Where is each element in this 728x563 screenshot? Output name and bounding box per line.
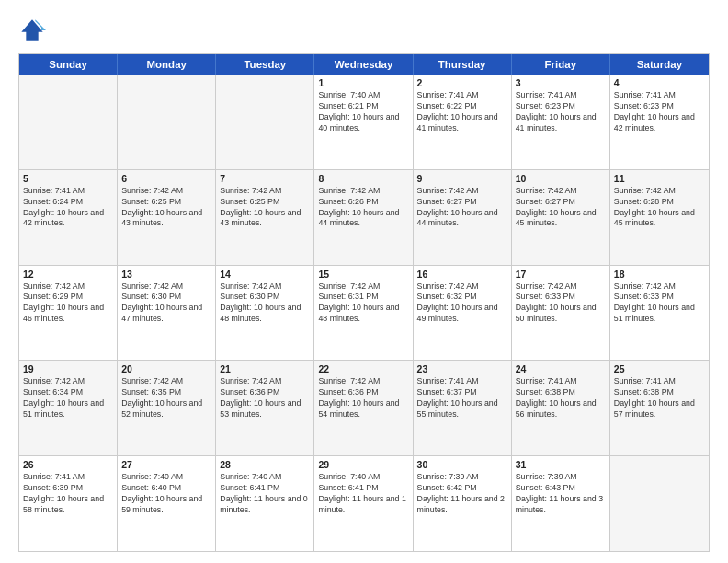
- day-number: 22: [318, 363, 408, 374]
- table-row: 18Sunrise: 7:42 AM Sunset: 6:33 PM Dayli…: [610, 266, 709, 361]
- day-info: Sunrise: 7:40 AM Sunset: 6:41 PM Dayligh…: [318, 472, 408, 516]
- table-row: [216, 75, 314, 169]
- calendar-row-4: 19Sunrise: 7:42 AM Sunset: 6:34 PM Dayli…: [19, 360, 709, 455]
- day-info: Sunrise: 7:39 AM Sunset: 6:42 PM Dayligh…: [417, 472, 507, 516]
- day-info: Sunrise: 7:42 AM Sunset: 6:26 PM Dayligh…: [318, 186, 408, 230]
- table-row: 16Sunrise: 7:42 AM Sunset: 6:32 PM Dayli…: [414, 266, 512, 361]
- table-row: 26Sunrise: 7:41 AM Sunset: 6:39 PM Dayli…: [19, 456, 118, 551]
- calendar-header-row: SundayMondayTuesdayWednesdayThursdayFrid…: [19, 54, 709, 75]
- day-info: Sunrise: 7:40 AM Sunset: 6:40 PM Dayligh…: [121, 472, 211, 516]
- table-row: 31Sunrise: 7:39 AM Sunset: 6:43 PM Dayli…: [512, 456, 610, 551]
- table-row: 1Sunrise: 7:40 AM Sunset: 6:21 PM Daylig…: [314, 75, 413, 169]
- header-day-wednesday: Wednesday: [314, 54, 413, 75]
- day-info: Sunrise: 7:42 AM Sunset: 6:27 PM Dayligh…: [417, 186, 507, 230]
- day-number: 29: [318, 459, 408, 470]
- day-info: Sunrise: 7:42 AM Sunset: 6:32 PM Dayligh…: [417, 282, 507, 326]
- table-row: 17Sunrise: 7:42 AM Sunset: 6:33 PM Dayli…: [512, 266, 610, 361]
- table-row: 28Sunrise: 7:40 AM Sunset: 6:41 PM Dayli…: [216, 456, 314, 551]
- day-number: 24: [516, 363, 606, 374]
- day-info: Sunrise: 7:42 AM Sunset: 6:30 PM Dayligh…: [220, 282, 310, 326]
- table-row: [118, 75, 216, 169]
- svg-marker-0: [21, 19, 42, 40]
- day-number: 18: [614, 269, 705, 280]
- day-info: Sunrise: 7:41 AM Sunset: 6:23 PM Dayligh…: [614, 90, 705, 134]
- day-info: Sunrise: 7:42 AM Sunset: 6:33 PM Dayligh…: [614, 282, 705, 326]
- day-info: Sunrise: 7:42 AM Sunset: 6:31 PM Dayligh…: [318, 282, 408, 326]
- day-info: Sunrise: 7:42 AM Sunset: 6:25 PM Dayligh…: [220, 186, 310, 230]
- table-row: 30Sunrise: 7:39 AM Sunset: 6:42 PM Dayli…: [414, 456, 512, 551]
- day-number: 4: [614, 77, 705, 88]
- day-number: 25: [614, 363, 705, 374]
- day-number: 6: [121, 173, 211, 184]
- table-row: 12Sunrise: 7:42 AM Sunset: 6:29 PM Dayli…: [19, 266, 118, 361]
- table-row: 22Sunrise: 7:42 AM Sunset: 6:36 PM Dayli…: [314, 361, 413, 455]
- table-row: 21Sunrise: 7:42 AM Sunset: 6:36 PM Dayli…: [216, 361, 314, 455]
- table-row: 20Sunrise: 7:42 AM Sunset: 6:35 PM Dayli…: [118, 361, 216, 455]
- header-day-thursday: Thursday: [414, 54, 512, 75]
- table-row: 10Sunrise: 7:42 AM Sunset: 6:27 PM Dayli…: [512, 170, 610, 265]
- table-row: 7Sunrise: 7:42 AM Sunset: 6:25 PM Daylig…: [216, 170, 314, 265]
- table-row: 11Sunrise: 7:42 AM Sunset: 6:28 PM Dayli…: [610, 170, 709, 265]
- header-day-friday: Friday: [512, 54, 610, 75]
- day-number: 20: [121, 363, 211, 374]
- day-info: Sunrise: 7:42 AM Sunset: 6:25 PM Dayligh…: [121, 186, 211, 230]
- table-row: 24Sunrise: 7:41 AM Sunset: 6:38 PM Dayli…: [512, 361, 610, 455]
- table-row: 23Sunrise: 7:41 AM Sunset: 6:37 PM Dayli…: [414, 361, 512, 455]
- day-number: 8: [318, 173, 408, 184]
- header-day-sunday: Sunday: [19, 54, 118, 75]
- calendar-row-2: 5Sunrise: 7:41 AM Sunset: 6:24 PM Daylig…: [19, 169, 709, 265]
- day-number: 11: [614, 173, 705, 184]
- day-number: 21: [220, 363, 310, 374]
- calendar-page: SundayMondayTuesdayWednesdayThursdayFrid…: [0, 0, 728, 563]
- table-row: 9Sunrise: 7:42 AM Sunset: 6:27 PM Daylig…: [414, 170, 512, 265]
- table-row: 8Sunrise: 7:42 AM Sunset: 6:26 PM Daylig…: [314, 170, 413, 265]
- calendar-row-1: 1Sunrise: 7:40 AM Sunset: 6:21 PM Daylig…: [19, 75, 709, 169]
- day-number: 10: [516, 173, 606, 184]
- table-row: 2Sunrise: 7:41 AM Sunset: 6:22 PM Daylig…: [414, 75, 512, 169]
- day-info: Sunrise: 7:41 AM Sunset: 6:38 PM Dayligh…: [614, 376, 705, 420]
- day-info: Sunrise: 7:42 AM Sunset: 6:33 PM Dayligh…: [516, 282, 606, 326]
- day-info: Sunrise: 7:42 AM Sunset: 6:36 PM Dayligh…: [318, 376, 408, 420]
- table-row: 29Sunrise: 7:40 AM Sunset: 6:41 PM Dayli…: [314, 456, 413, 551]
- table-row: 4Sunrise: 7:41 AM Sunset: 6:23 PM Daylig…: [610, 75, 709, 169]
- calendar-body: 1Sunrise: 7:40 AM Sunset: 6:21 PM Daylig…: [19, 75, 709, 551]
- calendar-row-3: 12Sunrise: 7:42 AM Sunset: 6:29 PM Dayli…: [19, 265, 709, 361]
- header: [18, 17, 710, 44]
- day-number: 17: [516, 269, 606, 280]
- day-info: Sunrise: 7:41 AM Sunset: 6:38 PM Dayligh…: [516, 376, 606, 420]
- day-info: Sunrise: 7:41 AM Sunset: 6:37 PM Dayligh…: [417, 376, 507, 420]
- table-row: 25Sunrise: 7:41 AM Sunset: 6:38 PM Dayli…: [610, 361, 709, 455]
- header-day-saturday: Saturday: [610, 54, 709, 75]
- day-info: Sunrise: 7:39 AM Sunset: 6:43 PM Dayligh…: [516, 472, 606, 516]
- table-row: [19, 75, 118, 169]
- day-info: Sunrise: 7:42 AM Sunset: 6:35 PM Dayligh…: [121, 376, 211, 420]
- day-number: 7: [220, 173, 310, 184]
- day-number: 2: [417, 77, 507, 88]
- table-row: 19Sunrise: 7:42 AM Sunset: 6:34 PM Dayli…: [19, 361, 118, 455]
- day-info: Sunrise: 7:40 AM Sunset: 6:41 PM Dayligh…: [220, 472, 310, 516]
- header-day-monday: Monday: [118, 54, 216, 75]
- table-row: 3Sunrise: 7:41 AM Sunset: 6:23 PM Daylig…: [512, 75, 610, 169]
- calendar: SundayMondayTuesdayWednesdayThursdayFrid…: [18, 53, 710, 552]
- day-number: 31: [516, 459, 606, 470]
- day-number: 27: [121, 459, 211, 470]
- day-number: 30: [417, 459, 507, 470]
- day-number: 19: [23, 363, 113, 374]
- table-row: 13Sunrise: 7:42 AM Sunset: 6:30 PM Dayli…: [118, 266, 216, 361]
- day-info: Sunrise: 7:41 AM Sunset: 6:24 PM Dayligh…: [23, 186, 113, 230]
- table-row: 6Sunrise: 7:42 AM Sunset: 6:25 PM Daylig…: [118, 170, 216, 265]
- day-info: Sunrise: 7:41 AM Sunset: 6:39 PM Dayligh…: [23, 472, 113, 516]
- logo-icon: [18, 17, 46, 44]
- day-number: 28: [220, 459, 310, 470]
- day-info: Sunrise: 7:41 AM Sunset: 6:22 PM Dayligh…: [417, 90, 507, 134]
- day-number: 5: [23, 173, 113, 184]
- table-row: 15Sunrise: 7:42 AM Sunset: 6:31 PM Dayli…: [314, 266, 413, 361]
- calendar-row-5: 26Sunrise: 7:41 AM Sunset: 6:39 PM Dayli…: [19, 455, 709, 551]
- day-number: 23: [417, 363, 507, 374]
- header-day-tuesday: Tuesday: [216, 54, 314, 75]
- table-row: 27Sunrise: 7:40 AM Sunset: 6:40 PM Dayli…: [118, 456, 216, 551]
- day-number: 12: [23, 269, 113, 280]
- day-info: Sunrise: 7:42 AM Sunset: 6:29 PM Dayligh…: [23, 282, 113, 326]
- day-number: 9: [417, 173, 507, 184]
- day-info: Sunrise: 7:42 AM Sunset: 6:27 PM Dayligh…: [516, 186, 606, 230]
